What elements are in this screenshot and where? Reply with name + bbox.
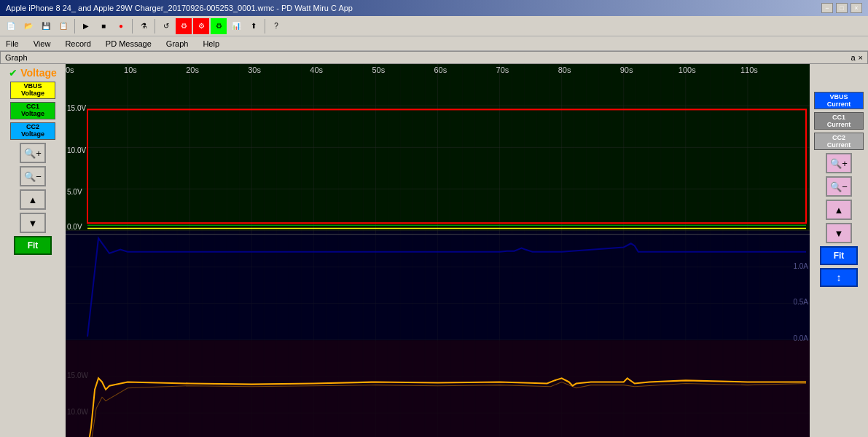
toolbar-copy[interactable]: 📋	[55, 18, 71, 34]
svg-text:10.0V: 10.0V	[67, 146, 86, 154]
svg-text:30s: 30s	[248, 66, 261, 74]
svg-text:70s: 70s	[496, 66, 509, 74]
toolbar-undo[interactable]: ↺	[158, 18, 174, 34]
vbus-voltage-legend[interactable]: VBUS Voltage	[10, 82, 55, 99]
time-0s: 0s	[66, 66, 74, 74]
menu-file[interactable]: File	[3, 39, 22, 49]
title-bar-buttons: − □ ×	[821, 3, 862, 13]
vbus-current-legend[interactable]: VBUS Current	[814, 92, 864, 109]
menu-record[interactable]: Record	[62, 39, 93, 49]
toolbar-filter[interactable]: ⚗	[136, 18, 152, 34]
menu-help[interactable]: Help	[200, 39, 222, 49]
zoom-in-icon: 🔍+	[24, 148, 42, 159]
toolbar-open[interactable]: 📂	[20, 18, 36, 34]
svg-text:110s: 110s	[740, 66, 758, 74]
svg-rect-100	[66, 235, 810, 340]
right-arrows-button[interactable]: ↕	[820, 268, 858, 287]
graph-svg: 0s 10s 20s 30s 40s 50s 60s 70s 80s 90s 1…	[66, 64, 810, 437]
sep3	[155, 19, 155, 34]
toolbar-help[interactable]: ?	[268, 18, 284, 34]
toolbar: 📄 📂 💾 📋 ▶ ■ ● ⚗ ↺ ⚙ ⚙ ⚙ 📊 ⬆ ?	[0, 16, 868, 36]
toolbar-play[interactable]: ▶	[78, 18, 94, 34]
sep2	[132, 19, 133, 34]
sep4	[265, 19, 265, 34]
toolbar-export[interactable]: ⬆	[246, 18, 262, 34]
toolbar-settings1[interactable]: ⚙	[176, 18, 192, 34]
check-icon: ✔	[9, 67, 17, 79]
cc1-current-legend[interactable]: CC1 Current	[814, 112, 864, 130]
toolbar-settings3[interactable]: ⚙	[211, 18, 227, 34]
title-bar: Apple iPhone 8 24_ and Apple 29W Charger…	[0, 0, 868, 16]
svg-text:15.0V: 15.0V	[67, 104, 86, 112]
right-zoom-in-icon: 🔍+	[830, 158, 848, 169]
down-arrow-icon: ▼	[28, 218, 38, 229]
main-area: ✔ Voltage VBUS Voltage CC1 Voltage CC2 V…	[0, 64, 868, 437]
toolbar-new[interactable]: 📄	[3, 18, 19, 34]
toolbar-save[interactable]: 💾	[38, 18, 54, 34]
menu-pd-message[interactable]: PD Message	[103, 39, 155, 49]
graph-canvas: 0s 10s 20s 30s 40s 50s 60s 70s 80s 90s 1…	[66, 64, 810, 437]
toolbar-stop[interactable]: ■	[95, 18, 112, 34]
menu-view[interactable]: View	[31, 39, 54, 49]
right-scroll-down-button[interactable]: ▼	[826, 223, 852, 243]
right-up-arrow-icon: ▲	[834, 205, 844, 216]
graph-close-button[interactable]: ×	[859, 53, 863, 62]
menu-bar: File View Record PD Message Graph Help	[0, 36, 868, 51]
scroll-down-button[interactable]: ▼	[20, 213, 46, 233]
fit-label: Fit	[28, 240, 39, 251]
zoom-out-icon: 🔍−	[24, 171, 42, 182]
cc2-voltage-legend[interactable]: CC2 Voltage	[10, 122, 55, 140]
svg-text:5.0V: 5.0V	[67, 188, 82, 196]
right-fit-button[interactable]: Fit	[820, 246, 858, 265]
scroll-up-button[interactable]: ▲	[20, 189, 46, 210]
svg-text:0.0V: 0.0V	[67, 222, 82, 230]
zoom-in-button[interactable]: 🔍+	[20, 143, 46, 163]
sep1	[74, 19, 75, 34]
svg-text:60s: 60s	[434, 66, 447, 74]
fit-button[interactable]: Fit	[14, 236, 52, 255]
window-title: Apple iPhone 8 24_ and Apple 29W Charger…	[6, 4, 353, 12]
maximize-button[interactable]: □	[836, 3, 848, 13]
cc2-current-legend[interactable]: CC2 Current	[814, 133, 864, 150]
svg-text:20s: 20s	[186, 66, 199, 74]
svg-text:100s: 100s	[679, 66, 696, 74]
svg-text:40s: 40s	[310, 66, 323, 74]
toolbar-settings2[interactable]: ⚙	[193, 18, 209, 34]
zoom-out-button[interactable]: 🔍−	[20, 166, 46, 186]
svg-text:90s: 90s	[620, 66, 633, 74]
toolbar-chart[interactable]: 📊	[228, 18, 244, 34]
right-arrows-icon: ↕	[837, 272, 842, 283]
cc1-voltage-legend[interactable]: CC1 Voltage	[10, 102, 55, 119]
graph-float-button[interactable]: a	[851, 53, 855, 62]
right-zoom-in-button[interactable]: 🔍+	[826, 153, 852, 173]
right-panel: VBUS Current CC1 Current CC2 Current 🔍+ …	[810, 64, 868, 437]
svg-text:50s: 50s	[372, 66, 385, 74]
up-arrow-icon: ▲	[28, 194, 38, 205]
right-down-arrow-icon: ▼	[834, 228, 844, 239]
right-scroll-up-button[interactable]: ▲	[826, 200, 852, 220]
menu-graph[interactable]: Graph	[163, 39, 192, 49]
left-panel: ✔ Voltage VBUS Voltage CC1 Voltage CC2 V…	[0, 64, 66, 437]
svg-rect-101	[66, 340, 810, 437]
right-zoom-out-button[interactable]: 🔍−	[826, 176, 852, 197]
toolbar-record[interactable]: ●	[113, 18, 129, 34]
right-zoom-out-icon: 🔍−	[830, 181, 848, 192]
graph-voltage-title: Voltage	[20, 67, 57, 79]
graph-title-row: ✔ Voltage	[9, 67, 57, 79]
close-button[interactable]: ×	[851, 3, 862, 13]
right-fit-label: Fit	[834, 251, 845, 261]
svg-text:80s: 80s	[558, 66, 571, 74]
svg-text:10s: 10s	[124, 66, 137, 74]
graph-panel-title: Graph	[5, 53, 28, 62]
graph-panel-header: Graph a ×	[0, 51, 868, 64]
minimize-button[interactable]: −	[821, 3, 833, 13]
